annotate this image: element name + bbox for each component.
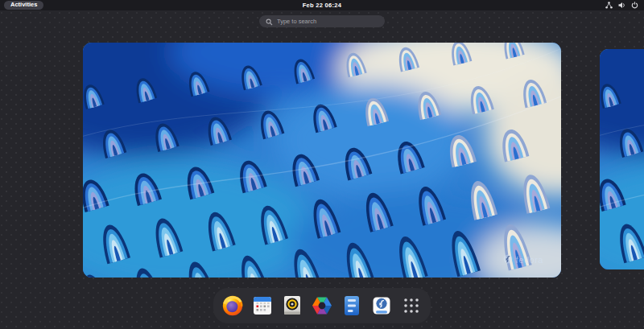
dock-item-calendar[interactable] <box>250 294 275 318</box>
search-bar[interactable] <box>259 15 385 27</box>
photos-icon <box>311 294 333 317</box>
workspace-thumbnail-current[interactable]: fedora <box>83 43 561 278</box>
dock-item-fedora-installer[interactable] <box>369 294 394 318</box>
dock-item-photos[interactable] <box>310 294 334 318</box>
dock-item-firefox[interactable] <box>221 294 245 318</box>
overview-background: Activities Feb 22 06:24 <box>0 0 644 329</box>
search-icon <box>266 14 273 29</box>
fedora-wallpaper <box>83 43 561 278</box>
fedora-watermark: fedora <box>503 253 543 267</box>
show-apps-button[interactable] <box>399 294 423 318</box>
activities-button[interactable]: Activities <box>4 1 43 10</box>
fedora-logo-icon <box>503 253 513 267</box>
dock-item-music[interactable] <box>280 294 304 318</box>
show-apps-icon <box>400 294 423 317</box>
watermark-text: fedora <box>516 255 543 265</box>
dash <box>213 288 431 323</box>
network-icon <box>605 2 613 9</box>
volume-icon <box>618 2 625 9</box>
power-icon <box>631 2 638 9</box>
firefox-icon <box>221 294 244 317</box>
search-input[interactable] <box>277 18 378 25</box>
music-player-icon <box>281 294 303 317</box>
clock-button[interactable]: Feb 22 06:24 <box>303 2 342 9</box>
dock-item-files[interactable] <box>340 294 364 318</box>
fedora-installer-icon <box>370 294 393 317</box>
files-icon <box>341 294 363 317</box>
calendar-icon <box>251 294 274 317</box>
system-menu-button[interactable] <box>605 0 638 10</box>
top-bar: Activities Feb 22 06:24 <box>0 0 644 10</box>
workspace-thumbnail-next[interactable] <box>600 49 644 269</box>
fedora-wallpaper <box>600 49 644 269</box>
